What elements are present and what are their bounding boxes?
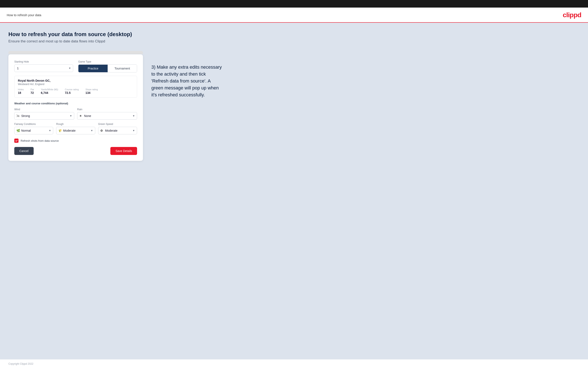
green-speed-group: Green Speed ⚙ Moderate Slow Fast ▼ — [98, 123, 137, 134]
course-location: Westward Ho!, England — [18, 83, 133, 86]
card-stub — [9, 51, 143, 54]
course-rating-stat: Course rating 72.5 — [65, 88, 79, 94]
refresh-checkbox[interactable] — [14, 139, 18, 143]
rain-select-wrapper: ☀ None Light Heavy ▼ — [77, 112, 137, 120]
game-type-buttons: Practice Tournament — [78, 65, 137, 72]
holes-stat: Holes 18 — [18, 88, 24, 94]
wind-label: Wind — [14, 108, 74, 111]
fairway-label: Fairway Conditions — [14, 123, 53, 125]
green-speed-select[interactable]: Moderate Slow Fast — [98, 127, 137, 134]
slope-rating-value: 134 — [86, 91, 98, 94]
course-rating-value: 72.5 — [65, 91, 79, 94]
header-title: How to refresh your data — [7, 13, 41, 17]
yards-label: Yards/White (M)) — [41, 88, 58, 91]
par-value: 72 — [30, 91, 34, 94]
wind-rain-grid: Wind 🌬 Strong Light None ▼ Rain — [14, 108, 137, 120]
green-speed-label: Green Speed — [98, 123, 137, 125]
game-type-group: Game Type Practice Tournament — [78, 60, 137, 72]
game-type-label: Game Type — [78, 60, 137, 63]
course-info: Royal North Devon GC, Westward Ho!, Engl… — [14, 76, 137, 98]
course-name: Royal North Devon GC, — [18, 79, 133, 82]
starting-hole-select[interactable]: 1 10 — [14, 65, 73, 72]
content-row: Starting Hole 1 10 ▼ Game Type Practi — [9, 51, 579, 161]
fairway-select[interactable]: Normal Soft Firm — [14, 127, 53, 134]
rough-label: Rough — [56, 123, 95, 125]
main-content: How to refresh your data from source (de… — [0, 23, 588, 359]
wind-select-wrapper: 🌬 Strong Light None ▼ — [14, 112, 74, 120]
footer-copyright: Copyright Clippd 2022 — [9, 362, 34, 365]
header: How to refresh your data clippd — [0, 8, 588, 23]
starting-hole-label: Starting Hole — [14, 60, 73, 63]
holes-label: Holes — [18, 88, 24, 91]
slope-rating-label: Slope rating — [86, 88, 98, 91]
refresh-checkbox-row: Refresh shots from data source — [14, 139, 137, 143]
par-stat: Par 72 — [30, 88, 34, 94]
yards-stat: Yards/White (M)) 6,744 — [41, 88, 58, 94]
yards-value: 6,744 — [41, 91, 58, 94]
form-card: Starting Hole 1 10 ▼ Game Type Practi — [9, 51, 143, 161]
side-note-text: 3) Make any extra edits necessary to the… — [151, 64, 223, 98]
conditions-grid-3: Fairway Conditions 🌿 Normal Soft Firm ▼ — [14, 123, 137, 134]
rough-select[interactable]: Moderate Light Heavy — [56, 127, 95, 134]
holes-value: 18 — [18, 91, 24, 94]
button-row: Cancel Save Details — [14, 147, 137, 155]
cancel-button[interactable]: Cancel — [14, 147, 34, 155]
footer: Copyright Clippd 2022 — [0, 359, 588, 367]
checkmark-icon — [15, 139, 18, 142]
course-stats: Holes 18 Par 72 Yards/White (M)) 6,744 — [18, 88, 133, 94]
wind-select[interactable]: Strong Light None — [14, 112, 74, 120]
rough-group: Rough 🌾 Moderate Light Heavy ▼ — [56, 123, 95, 134]
card-body: Starting Hole 1 10 ▼ Game Type Practi — [9, 54, 143, 161]
save-button[interactable]: Save Details — [110, 147, 137, 155]
page-heading: How to refresh your data from source (de… — [9, 31, 579, 38]
starting-hole-select-wrapper: 1 10 ▼ — [14, 65, 73, 72]
rain-label: Rain — [77, 108, 137, 111]
tournament-button[interactable]: Tournament — [108, 65, 137, 72]
top-bar — [0, 0, 588, 8]
rain-select[interactable]: None Light Heavy — [77, 112, 137, 120]
green-speed-select-wrapper: ⚙ Moderate Slow Fast ▼ — [98, 127, 137, 134]
slope-rating-stat: Slope rating 134 — [86, 88, 98, 94]
fairway-group: Fairway Conditions 🌿 Normal Soft Firm ▼ — [14, 123, 53, 134]
conditions-section-title: Weather and course conditions (optional) — [14, 102, 137, 105]
rain-group: Rain ☀ None Light Heavy ▼ — [77, 108, 137, 120]
logo: clippd — [563, 11, 581, 19]
course-rating-label: Course rating — [65, 88, 79, 91]
top-form-row: Starting Hole 1 10 ▼ Game Type Practi — [14, 60, 137, 72]
side-note: 3) Make any extra edits necessary to the… — [151, 51, 223, 98]
practice-button[interactable]: Practice — [78, 65, 108, 72]
rough-select-wrapper: 🌾 Moderate Light Heavy ▼ — [56, 127, 95, 134]
fairway-select-wrapper: 🌿 Normal Soft Firm ▼ — [14, 127, 53, 134]
refresh-checkbox-label: Refresh shots from data source — [21, 139, 59, 142]
par-label: Par — [30, 88, 34, 91]
starting-hole-group: Starting Hole 1 10 ▼ — [14, 60, 73, 72]
wind-group: Wind 🌬 Strong Light None ▼ — [14, 108, 74, 120]
page-subheading: Ensure the correct and most up to date d… — [9, 39, 579, 43]
